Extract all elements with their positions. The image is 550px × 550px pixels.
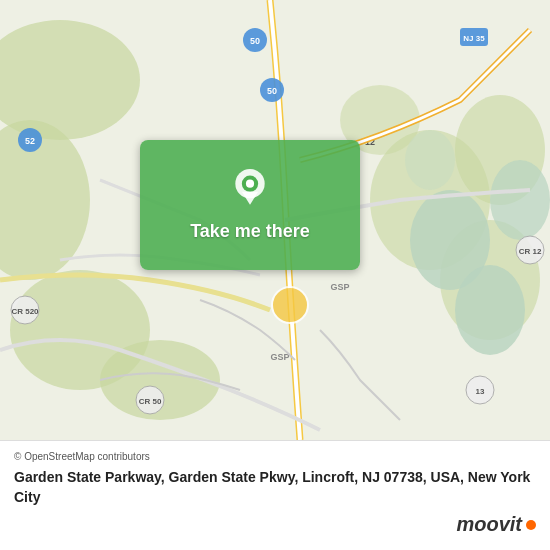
svg-point-35 [246, 179, 254, 187]
svg-marker-36 [242, 191, 258, 204]
map-container: 50 50 52 NJ 35 12 GSP GSP CR 520 CR 50 1… [0, 0, 550, 440]
svg-text:13: 13 [476, 387, 485, 396]
svg-point-10 [455, 265, 525, 355]
svg-text:CR 50: CR 50 [139, 397, 162, 406]
svg-point-11 [490, 160, 550, 240]
svg-text:52: 52 [25, 136, 35, 146]
moovit-dot [526, 520, 536, 530]
svg-text:50: 50 [267, 86, 277, 96]
osm-attribution: © OpenStreetMap contributors [14, 451, 536, 462]
location-pin-icon [228, 169, 272, 213]
attribution-text: © OpenStreetMap contributors [14, 451, 150, 462]
svg-text:50: 50 [250, 36, 260, 46]
bottom-bar: © OpenStreetMap contributors Garden Stat… [0, 440, 550, 550]
svg-text:CR 520: CR 520 [11, 307, 39, 316]
svg-text:GSP: GSP [270, 352, 289, 362]
svg-text:CR 12: CR 12 [519, 247, 542, 256]
svg-text:NJ 35: NJ 35 [463, 34, 485, 43]
moovit-text: moovit [456, 513, 522, 536]
take-me-there-button[interactable]: Take me there [140, 140, 360, 270]
svg-point-32 [272, 287, 308, 323]
svg-text:GSP: GSP [330, 282, 349, 292]
take-me-there-label: Take me there [190, 221, 310, 242]
svg-point-12 [405, 130, 455, 190]
moovit-logo: moovit [456, 513, 536, 536]
